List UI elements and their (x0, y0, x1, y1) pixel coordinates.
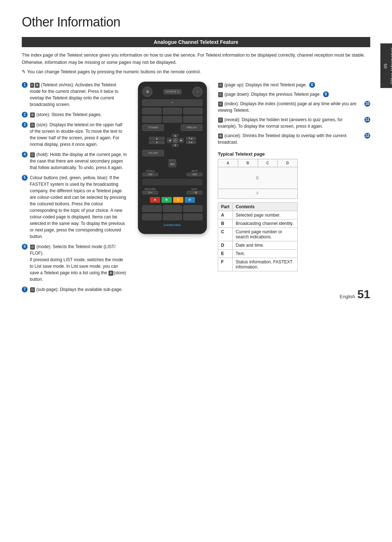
table-row: B Broadcasting channel identity. (218, 219, 298, 227)
num-4[interactable] (142, 116, 162, 123)
feature-num-4: 4 (22, 152, 28, 157)
input-button[interactable]: ↩ (142, 99, 203, 106)
feature-item-9: ⊡ (page down): Displays the previous Tel… (218, 91, 370, 98)
feature-text-4: ⊡ (hold): Holds the display at the curre… (30, 151, 127, 171)
index-icon: ⊡ (218, 102, 223, 107)
cancel-icon: ⊠ (218, 134, 223, 139)
num-5[interactable] (163, 116, 182, 123)
num-1[interactable] (142, 108, 162, 114)
nav-ok[interactable]: ✓ (173, 138, 178, 143)
nav-right[interactable]: ▶ (179, 138, 184, 143)
table-cell-contents-d: Date and time. (233, 241, 298, 249)
tt-cell-a: A (218, 159, 238, 167)
feature-text-8: ⊡ (page up): Displays the next Teletext … (218, 82, 307, 88)
feature-item-4: 4 ⊡ (hold): Holds the display at the cur… (22, 151, 127, 171)
tools-label: TOOLS (146, 170, 155, 172)
feature-num-3: 3 (22, 122, 28, 128)
ch-list-button[interactable]: CH LIST (142, 150, 164, 156)
num-0[interactable] (163, 214, 182, 220)
tools-info-row: TOOLS ⊡⊟ INFO ⊡⊟ (142, 170, 203, 176)
source-button[interactable]: SOURCE ⊡ (163, 89, 181, 94)
page-up-icon: ⊡ (218, 83, 223, 88)
reveal-icon: ⊡ (218, 118, 223, 123)
p-down[interactable]: P▼ (186, 141, 196, 144)
feature-item-6: 6 ⊡ (mode): Selects the Teletext mode (L… (22, 243, 127, 283)
nav-left[interactable]: ◀ (167, 138, 172, 143)
footer: English 51 (340, 288, 370, 300)
num-row-1 (142, 108, 203, 114)
ttx-mix-button[interactable]: TTX/MIX (142, 124, 164, 131)
button-c[interactable]: C (173, 197, 183, 203)
side-tab: 05 Other Information (380, 44, 392, 88)
tools-button[interactable]: ⊡⊟ (142, 173, 158, 176)
button-b[interactable]: B (162, 197, 172, 203)
teletext-page-visual: A B C D E F (218, 159, 298, 199)
info-button[interactable]: ⊡⊟ (187, 173, 203, 176)
feature-num-7: 7 (22, 287, 28, 292)
table-cell-contents-c: Current page number or search indication… (233, 227, 298, 241)
return-button[interactable]: ⊡↩ (142, 191, 158, 194)
nav-up[interactable]: ▲ (172, 134, 179, 137)
button-a[interactable]: A (150, 197, 160, 203)
mute-button[interactable]: ○ (192, 87, 203, 97)
feature-item-5: 5 Colour buttons (red, green, yellow, bl… (22, 174, 127, 240)
return-label: RETURN (145, 188, 156, 190)
num-2[interactable] (163, 108, 182, 114)
right-feature-list: ⊡ (page up): Displays the next Teletext … (218, 82, 370, 145)
remote-control: ⏻ SOURCE ⊡ ○ ↩ (138, 82, 207, 234)
tt-cell-c: C (258, 159, 278, 167)
table-cell-contents-a: Selected page number. (233, 211, 298, 219)
feature-text-3: ⊡ (size): Displays the teletext on the u… (30, 122, 127, 148)
feature-text-11: ⊡ (reveal): Displays the hidden text (an… (218, 116, 362, 130)
section-header: Analogue Channel Teletext Feature (22, 37, 370, 47)
tt-cell-b: B (238, 159, 258, 167)
feature-num-11: 11 (364, 117, 370, 123)
button-d[interactable]: D (185, 197, 195, 203)
input-row: ↩ (142, 99, 203, 106)
hold-icon: ⊡ (30, 152, 35, 157)
feature-text-1: ≡⊠ (Teletext on/mix): Activates the Tele… (30, 82, 127, 108)
vol-up[interactable]: ▲ (149, 137, 165, 140)
table-row: E Text. (218, 249, 298, 258)
menu-button[interactable]: ⊞⊟ (168, 161, 176, 167)
num-7[interactable] (142, 205, 162, 212)
left-feature-list: 1 ≡⊠ (Teletext on/mix): Activates the Te… (22, 82, 127, 293)
feature-item-11: ⊡ (reveal): Displays the hidden text (an… (218, 116, 370, 130)
table-cell-contents-e: Text. (233, 249, 298, 258)
power-button[interactable]: ⏻ (142, 87, 152, 97)
feature-text-12: ⊠ (cancel): Shrinks the Teletext display… (218, 132, 362, 145)
teletext-page-title: Typical Teletext page (218, 151, 370, 157)
remote-column: ⏻ SOURCE ⊡ ○ ↩ (134, 82, 211, 296)
num-9[interactable] (183, 205, 203, 212)
table-header-part: Part (218, 202, 233, 211)
num-extra2[interactable] (183, 214, 203, 220)
table-cell-part-c: C (218, 227, 233, 241)
size-icon: ⊡ (30, 123, 35, 128)
p-up[interactable]: P▲ (186, 137, 196, 140)
footer-text: English (340, 294, 355, 299)
feature-text-7: ⊡ (sub-page): Displays the available sub… (30, 286, 127, 293)
tt-cell-d: D (278, 159, 297, 167)
intro-note: You can change Teletext pages by pressin… (22, 68, 370, 76)
store-icon-inline: ⊞ (109, 271, 113, 276)
exit-label: EXIT (192, 188, 197, 190)
num-6[interactable] (183, 116, 203, 123)
vol-down[interactable]: ▼ (149, 141, 165, 144)
exit-button[interactable]: →⊠ (187, 191, 203, 194)
num-8[interactable] (163, 205, 182, 212)
pre-ch-button[interactable]: PRE-CH (181, 124, 203, 131)
feature-item-1: 1 ≡⊠ (Teletext on/mix): Activates the Te… (22, 82, 127, 108)
info-table: Part Contents A Selected page number. B … (218, 202, 298, 271)
num-3[interactable] (183, 108, 203, 114)
feature-item-12: ⊠ (cancel): Shrinks the Teletext display… (218, 132, 370, 145)
table-row: D Date and time. (218, 241, 298, 249)
num-extra[interactable] (142, 214, 162, 220)
samsung-brand: SAMSUNG (164, 223, 181, 227)
nav-down[interactable]: ▼ (172, 144, 179, 147)
teletext-middle: E (218, 167, 297, 189)
menu-label: MENU (168, 159, 176, 161)
return-exit-row: RETURN ⊡↩ EXIT →⊠ (142, 188, 203, 194)
num-row-4 (142, 214, 203, 220)
colored-buttons-row: A B C D (142, 197, 203, 203)
remote-top-row: ⏻ SOURCE ⊡ ○ (142, 87, 203, 97)
